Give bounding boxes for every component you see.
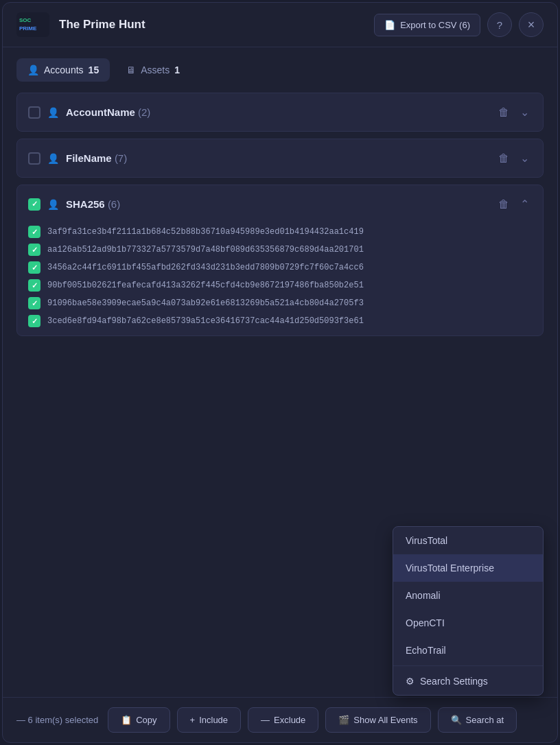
sha256-label: SHA256 (6) — [66, 198, 489, 210]
export-icon: 📄 — [384, 20, 395, 30]
header-actions: 📄 Export to CSV (6) ? × — [374, 12, 544, 37]
virustotal-label: VirusTotal — [406, 535, 447, 546]
checkbox-filename[interactable] — [28, 152, 40, 165]
settings-icon: ⚙ — [406, 676, 415, 687]
hash-value-5: 91096bae58e3909ecae5a9c4a073ab92e61e6813… — [47, 298, 364, 308]
exclude-icon: — — [261, 715, 270, 725]
help-button[interactable]: ? — [487, 12, 512, 37]
echotrail-label: EchoTrail — [406, 645, 446, 656]
hash-value-6: 3ced6e8fd94af98b7a62ce8e85739a51ce364167… — [47, 316, 364, 326]
hash-item-5: 91096bae58e3909ecae5a9c4a073ab92e61e6813… — [28, 297, 532, 309]
exclude-button[interactable]: — Exclude — [248, 707, 318, 733]
filename-label: FileName (7) — [66, 152, 489, 164]
close-icon: × — [528, 18, 535, 32]
copy-button[interactable]: 📋 Copy — [108, 707, 170, 733]
accounts-icon: 👤 — [27, 64, 39, 75]
group-accountname: 👤 AccountName (2) 🗑 ⌄ — [16, 93, 544, 132]
filename-actions: 🗑 ⌄ — [495, 149, 532, 167]
expand-accountname-icon[interactable]: ⌄ — [517, 103, 532, 121]
show-all-events-label: Show All Events — [353, 715, 417, 725]
hash-checkbox-6[interactable] — [28, 315, 40, 327]
hash-item-4: 90bf0051b02621feafecafd413a3262f445cfd4c… — [28, 279, 532, 292]
dropdown-item-virustotal-enterprise[interactable]: VirusTotal Enterprise — [393, 554, 543, 582]
svg-rect-0 — [16, 12, 49, 37]
checkbox-sha256[interactable] — [28, 198, 40, 211]
group-sha256-header: 👤 SHA256 (6) 🗑 ⌃ — [17, 185, 543, 223]
footer: — 6 item(s) selected 📋 Copy + Include — … — [3, 697, 557, 742]
hash-item-6: 3ced6e8fd94af98b7a62ce8e85739a51ce364167… — [28, 315, 532, 327]
tabs-container: 👤 Accounts 15 🖥 Assets 1 — [3, 47, 557, 82]
group-filename-header: 👤 FileName (7) 🗑 ⌄ — [17, 139, 543, 177]
hash-checkbox-2[interactable] — [28, 244, 40, 256]
sha256-actions: 🗑 ⌃ — [495, 195, 532, 213]
hash-value-2: aa126ab512ad9b1b773327a5773579d7a48bf089… — [47, 245, 364, 255]
accountname-actions: 🗑 ⌄ — [495, 103, 532, 121]
filename-icon: 👤 — [47, 153, 59, 164]
hash-value-4: 90bf0051b02621feafecafd413a3262f445cfd4c… — [47, 281, 364, 290]
assets-icon: 🖥 — [126, 64, 136, 75]
soc-prime-logo: SOC PRIME — [16, 12, 49, 37]
close-button[interactable]: × — [519, 12, 544, 37]
include-button[interactable]: + Include — [177, 707, 242, 733]
show-all-events-button[interactable]: 🎬 Show All Events — [325, 707, 430, 733]
hash-item-3: 3456a2c44f1c6911bf455afbd262fd343d231b3e… — [28, 261, 532, 274]
expand-filename-icon[interactable]: ⌄ — [517, 149, 532, 167]
header: SOC PRIME The Prime Hunt 📄 Export to CSV… — [3, 3, 557, 47]
search-settings-label: Search Settings — [420, 676, 488, 687]
opencti-label: OpenCTI — [406, 617, 445, 628]
tab-assets[interactable]: 🖥 Assets 1 — [115, 58, 191, 82]
accountname-icon: 👤 — [47, 107, 59, 118]
delete-sha256-icon[interactable]: 🗑 — [495, 196, 512, 213]
app-title: The Prime Hunt — [59, 18, 374, 32]
search-at-label: Search at — [466, 715, 504, 725]
svg-text:SOC: SOC — [19, 17, 32, 23]
hash-item-1: 3af9fa31ce3b4f2111a1b684c52b88b36710a945… — [28, 226, 532, 238]
anomali-label: Anomali — [406, 590, 441, 601]
group-filename: 👤 FileName (7) 🗑 ⌄ — [16, 139, 544, 178]
hash-checkbox-3[interactable] — [28, 261, 40, 274]
assets-label: Assets — [141, 64, 170, 75]
hash-value-3: 3456a2c44f1c6911bf455afbd262fd343d231b3e… — [47, 263, 364, 272]
svg-text:PRIME: PRIME — [19, 25, 37, 32]
accounts-label: Accounts — [44, 64, 84, 75]
sha256-hash-list: 3af9fa31ce3b4f2111a1b684c52b88b36710a945… — [17, 223, 543, 335]
main-window: SOC PRIME The Prime Hunt 📄 Export to CSV… — [2, 2, 558, 743]
export-csv-button[interactable]: 📄 Export to CSV (6) — [374, 14, 480, 36]
accounts-badge: 15 — [89, 64, 100, 75]
assets-badge: 1 — [174, 64, 180, 75]
accountname-label: AccountName (2) — [66, 106, 489, 118]
search-at-icon: 🔍 — [451, 715, 462, 725]
hash-checkbox-5[interactable] — [28, 297, 40, 309]
search-at-button[interactable]: 🔍 Search at — [438, 707, 517, 733]
exclude-label: Exclude — [274, 715, 305, 725]
checkbox-accountname[interactable] — [28, 106, 40, 119]
dropdown-item-echotrail[interactable]: EchoTrail — [393, 637, 543, 664]
include-label: Include — [199, 715, 228, 725]
show-all-events-icon: 🎬 — [338, 715, 349, 725]
tab-accounts[interactable]: 👤 Accounts 15 — [16, 58, 110, 82]
hash-value-1: 3af9fa31ce3b4f2111a1b684c52b88b36710a945… — [47, 227, 364, 237]
hash-checkbox-4[interactable] — [28, 279, 40, 292]
copy-label: Copy — [136, 715, 156, 725]
dropdown-item-virustotal[interactable]: VirusTotal — [393, 527, 543, 554]
selected-info: — 6 item(s) selected — [16, 715, 98, 725]
group-accountname-header: 👤 AccountName (2) 🗑 ⌄ — [17, 93, 543, 131]
dropdown-item-anomali[interactable]: Anomali — [393, 582, 543, 609]
help-icon: ? — [497, 19, 502, 31]
dropdown-item-opencti[interactable]: OpenCTI — [393, 609, 543, 637]
hash-item-2: aa126ab512ad9b1b773327a5773579d7a48bf089… — [28, 244, 532, 256]
virustotal-enterprise-label: VirusTotal Enterprise — [406, 563, 494, 573]
dropdown-item-search-settings[interactable]: ⚙ Search Settings — [393, 667, 543, 695]
sha256-icon: 👤 — [47, 199, 59, 210]
group-sha256: 👤 SHA256 (6) 🗑 ⌃ 3af9fa31ce3b4f2111a1b68… — [16, 185, 544, 336]
delete-accountname-icon[interactable]: 🗑 — [495, 104, 512, 121]
include-icon: + — [190, 715, 196, 725]
search-at-dropdown: VirusTotal VirusTotal Enterprise Anomali… — [393, 526, 544, 696]
delete-filename-icon[interactable]: 🗑 — [495, 150, 512, 167]
hash-checkbox-1[interactable] — [28, 226, 40, 238]
dropdown-divider — [393, 665, 543, 666]
collapse-sha256-icon[interactable]: ⌃ — [517, 195, 532, 213]
copy-icon: 📋 — [121, 715, 132, 725]
